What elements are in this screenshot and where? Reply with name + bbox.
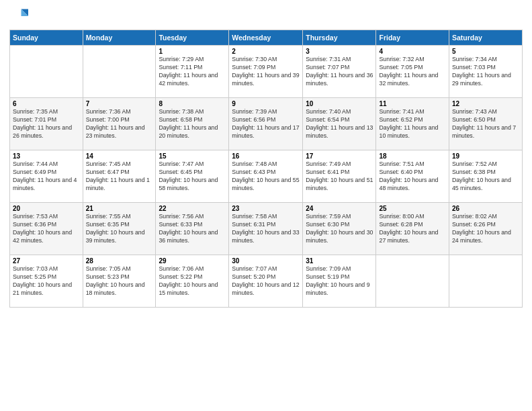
day-info: Sunrise: 7:30 AMSunset: 7:09 PMDaylight:…: [232, 56, 300, 88]
day-number: 8: [159, 100, 226, 107]
calendar-table: SundayMondayTuesdayWednesdayThursdayFrid…: [9, 30, 523, 308]
calendar-cell: 5Sunrise: 7:34 AMSunset: 7:03 PMDaylight…: [449, 46, 522, 98]
day-info: Sunrise: 7:51 AMSunset: 6:40 PMDaylight:…: [379, 161, 445, 193]
calendar-cell: 22Sunrise: 7:56 AMSunset: 6:33 PMDayligh…: [156, 203, 229, 255]
calendar-cell: 10Sunrise: 7:40 AMSunset: 6:54 PMDayligh…: [303, 98, 376, 150]
day-header-friday: Friday: [376, 30, 449, 46]
day-number: 23: [232, 205, 300, 212]
day-info: Sunrise: 7:39 AMSunset: 6:56 PMDaylight:…: [232, 108, 300, 140]
calendar-cell: 9Sunrise: 7:39 AMSunset: 6:56 PMDaylight…: [229, 98, 303, 150]
day-info: Sunrise: 7:43 AMSunset: 6:50 PMDaylight:…: [452, 108, 519, 140]
day-number: 27: [13, 257, 80, 265]
calendar-cell: [83, 46, 156, 98]
day-info: Sunrise: 8:02 AMSunset: 6:26 PMDaylight:…: [452, 213, 519, 245]
calendar-cell: [376, 255, 449, 308]
calendar-cell: [449, 255, 522, 308]
calendar-cell: 15Sunrise: 7:47 AMSunset: 6:45 PMDayligh…: [156, 150, 229, 203]
day-info: Sunrise: 7:09 AMSunset: 5:19 PMDaylight:…: [306, 265, 373, 298]
calendar-cell: 11Sunrise: 7:41 AMSunset: 6:52 PMDayligh…: [376, 98, 449, 150]
day-number: 24: [306, 205, 373, 212]
day-number: 31: [306, 257, 373, 265]
calendar-cell: 23Sunrise: 7:58 AMSunset: 6:31 PMDayligh…: [229, 203, 303, 255]
calendar-cell: 28Sunrise: 7:05 AMSunset: 5:23 PMDayligh…: [83, 255, 156, 308]
calendar-cell: 31Sunrise: 7:09 AMSunset: 5:19 PMDayligh…: [303, 255, 376, 308]
day-info: Sunrise: 7:40 AMSunset: 6:54 PMDaylight:…: [306, 108, 373, 140]
calendar-cell: 17Sunrise: 7:49 AMSunset: 6:41 PMDayligh…: [303, 150, 376, 203]
day-header-saturday: Saturday: [449, 30, 522, 46]
day-number: 12: [452, 100, 519, 107]
day-number: 21: [86, 205, 153, 212]
day-info: Sunrise: 7:41 AMSunset: 6:52 PMDaylight:…: [379, 108, 445, 140]
day-number: 7: [86, 100, 153, 107]
day-info: Sunrise: 7:44 AMSunset: 6:49 PMDaylight:…: [13, 161, 80, 193]
calendar-cell: 18Sunrise: 7:51 AMSunset: 6:40 PMDayligh…: [376, 150, 449, 203]
day-number: 18: [379, 152, 445, 160]
day-number: 29: [159, 257, 226, 265]
calendar-cell: 4Sunrise: 7:32 AMSunset: 7:05 PMDaylight…: [376, 46, 449, 98]
day-info: Sunrise: 7:35 AMSunset: 7:01 PMDaylight:…: [13, 108, 80, 140]
day-info: Sunrise: 7:34 AMSunset: 7:03 PMDaylight:…: [452, 56, 519, 88]
calendar-cell: 26Sunrise: 8:02 AMSunset: 6:26 PMDayligh…: [449, 203, 522, 255]
calendar-week-row: 13Sunrise: 7:44 AMSunset: 6:49 PMDayligh…: [10, 150, 523, 203]
header: [9, 7, 523, 26]
day-info: Sunrise: 7:53 AMSunset: 6:36 PMDaylight:…: [13, 213, 80, 245]
day-info: Sunrise: 7:47 AMSunset: 6:45 PMDaylight:…: [159, 161, 226, 193]
day-header-sunday: Sunday: [10, 30, 83, 46]
calendar-week-row: 27Sunrise: 7:03 AMSunset: 5:25 PMDayligh…: [10, 255, 523, 308]
calendar-cell: 1Sunrise: 7:29 AMSunset: 7:11 PMDaylight…: [156, 46, 229, 98]
calendar-cell: 24Sunrise: 7:59 AMSunset: 6:30 PMDayligh…: [303, 203, 376, 255]
day-info: Sunrise: 7:58 AMSunset: 6:31 PMDaylight:…: [232, 213, 300, 245]
calendar-cell: [10, 46, 83, 98]
day-number: 25: [379, 205, 445, 212]
calendar-header-row: SundayMondayTuesdayWednesdayThursdayFrid…: [10, 30, 523, 46]
day-number: 4: [379, 48, 445, 55]
day-number: 9: [232, 100, 300, 107]
day-number: 5: [452, 48, 519, 55]
page: SundayMondayTuesdayWednesdayThursdayFrid…: [0, 0, 532, 411]
calendar-week-row: 1Sunrise: 7:29 AMSunset: 7:11 PMDaylight…: [10, 46, 523, 98]
calendar-cell: 14Sunrise: 7:45 AMSunset: 6:47 PMDayligh…: [83, 150, 156, 203]
logo: [9, 7, 31, 26]
day-number: 15: [159, 152, 226, 160]
calendar-cell: 25Sunrise: 8:00 AMSunset: 6:28 PMDayligh…: [376, 203, 449, 255]
day-header-monday: Monday: [83, 30, 156, 46]
day-info: Sunrise: 7:48 AMSunset: 6:43 PMDaylight:…: [232, 161, 300, 193]
calendar-cell: 27Sunrise: 7:03 AMSunset: 5:25 PMDayligh…: [10, 255, 83, 308]
calendar-cell: 2Sunrise: 7:30 AMSunset: 7:09 PMDaylight…: [229, 46, 303, 98]
calendar-cell: 8Sunrise: 7:38 AMSunset: 6:58 PMDaylight…: [156, 98, 229, 150]
day-info: Sunrise: 7:07 AMSunset: 5:20 PMDaylight:…: [232, 265, 300, 298]
calendar-cell: 30Sunrise: 7:07 AMSunset: 5:20 PMDayligh…: [229, 255, 303, 308]
calendar-cell: 16Sunrise: 7:48 AMSunset: 6:43 PMDayligh…: [229, 150, 303, 203]
day-number: 1: [159, 48, 226, 55]
day-info: Sunrise: 7:59 AMSunset: 6:30 PMDaylight:…: [306, 213, 373, 245]
day-info: Sunrise: 7:32 AMSunset: 7:05 PMDaylight:…: [379, 56, 445, 88]
day-number: 26: [452, 205, 519, 212]
day-number: 16: [232, 152, 300, 160]
day-info: Sunrise: 7:29 AMSunset: 7:11 PMDaylight:…: [159, 56, 226, 88]
day-info: Sunrise: 7:45 AMSunset: 6:47 PMDaylight:…: [86, 161, 153, 193]
day-info: Sunrise: 7:56 AMSunset: 6:33 PMDaylight:…: [159, 213, 226, 245]
day-number: 11: [379, 100, 445, 107]
day-info: Sunrise: 8:00 AMSunset: 6:28 PMDaylight:…: [379, 213, 445, 245]
day-info: Sunrise: 7:03 AMSunset: 5:25 PMDaylight:…: [13, 265, 80, 298]
calendar-week-row: 6Sunrise: 7:35 AMSunset: 7:01 PMDaylight…: [10, 98, 523, 150]
calendar-cell: 20Sunrise: 7:53 AMSunset: 6:36 PMDayligh…: [10, 203, 83, 255]
calendar-cell: 3Sunrise: 7:31 AMSunset: 7:07 PMDaylight…: [303, 46, 376, 98]
day-number: 22: [159, 205, 226, 212]
day-info: Sunrise: 7:55 AMSunset: 6:35 PMDaylight:…: [86, 213, 153, 245]
day-header-wednesday: Wednesday: [229, 30, 303, 46]
day-info: Sunrise: 7:52 AMSunset: 6:38 PMDaylight:…: [452, 161, 519, 193]
calendar-cell: 12Sunrise: 7:43 AMSunset: 6:50 PMDayligh…: [449, 98, 522, 150]
day-number: 17: [306, 152, 373, 160]
day-info: Sunrise: 7:36 AMSunset: 7:00 PMDaylight:…: [86, 108, 153, 140]
calendar-cell: 29Sunrise: 7:06 AMSunset: 5:22 PMDayligh…: [156, 255, 229, 308]
calendar-cell: 21Sunrise: 7:55 AMSunset: 6:35 PMDayligh…: [83, 203, 156, 255]
day-number: 14: [86, 152, 153, 160]
calendar-cell: 19Sunrise: 7:52 AMSunset: 6:38 PMDayligh…: [449, 150, 522, 203]
day-number: 3: [306, 48, 373, 55]
day-number: 30: [232, 257, 300, 265]
day-info: Sunrise: 7:06 AMSunset: 5:22 PMDaylight:…: [159, 265, 226, 298]
calendar-week-row: 20Sunrise: 7:53 AMSunset: 6:36 PMDayligh…: [10, 203, 523, 255]
day-number: 10: [306, 100, 373, 107]
day-number: 2: [232, 48, 300, 55]
